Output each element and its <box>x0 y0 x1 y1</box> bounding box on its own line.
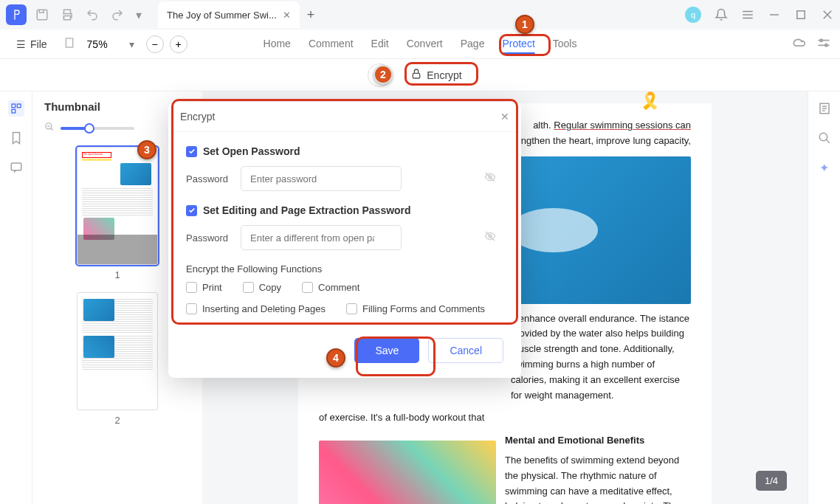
tab-title: The Joy of Summer Swi... <box>167 10 277 21</box>
page-indicator[interactable]: 1/4 <box>756 471 787 491</box>
menu-icon[interactable] <box>741 8 754 21</box>
svg-rect-8 <box>17 104 21 108</box>
callout-4: 4 <box>326 348 345 367</box>
properties-icon[interactable] <box>816 100 833 117</box>
set-open-password-checkbox[interactable] <box>186 146 197 157</box>
add-tab-button[interactable]: + <box>307 7 315 23</box>
eye-icon[interactable] <box>484 230 496 245</box>
svg-rect-9 <box>12 109 16 113</box>
tab-tools[interactable]: Tools <box>553 35 577 54</box>
main-tabs: HomeCommentEditConvertPageProtectTools <box>264 35 577 54</box>
close-icon[interactable]: ✕ <box>500 111 509 122</box>
cloud-icon[interactable] <box>791 35 806 53</box>
cancel-button[interactable]: Cancel <box>428 338 503 363</box>
encrypt-button[interactable]: Encrypt <box>400 63 472 86</box>
svg-rect-10 <box>11 163 21 170</box>
tab-protect[interactable]: Protect <box>502 35 534 54</box>
right-rail: ✦ <box>808 92 840 504</box>
comment-checkbox[interactable] <box>302 282 313 293</box>
page-view-icon[interactable] <box>63 37 75 52</box>
print-icon[interactable] <box>61 8 74 21</box>
eye-icon[interactable] <box>484 171 496 186</box>
avatar[interactable]: q <box>685 7 701 23</box>
edit-password-input[interactable] <box>241 225 402 250</box>
thumbnails-icon[interactable] <box>8 100 24 117</box>
file-menu-button[interactable]: ☰ File <box>9 35 55 53</box>
functions-title: Encrypt the Following Functions <box>186 263 503 275</box>
floats-image <box>319 441 496 504</box>
dialog-title: Encrypt <box>180 111 215 122</box>
save-icon[interactable] <box>35 8 49 21</box>
titlebar: ▾ The Joy of Summer Swi... ✕ + q <box>0 0 840 30</box>
zoom-in-button[interactable]: + <box>170 35 187 53</box>
callout-3: 3 <box>137 140 156 159</box>
close-icon[interactable]: ✕ <box>283 10 291 21</box>
encrypt-dialog: Encrypt ✕ Set Open Password Password Set… <box>168 102 521 378</box>
svg-rect-0 <box>37 10 47 20</box>
chevron-down-icon: ▾ <box>129 38 134 50</box>
svg-rect-6 <box>413 73 420 78</box>
save-button[interactable]: Save <box>354 338 419 363</box>
password-label: Password <box>186 173 230 184</box>
thumb-label: 2 <box>44 415 190 426</box>
left-rail <box>0 92 32 504</box>
settings-lines-icon[interactable] <box>816 35 831 53</box>
zoom-select[interactable]: 75% ▾ <box>81 35 140 54</box>
dialog-header: Encrypt ✕ <box>168 102 521 132</box>
fill-checkbox[interactable] <box>346 303 357 314</box>
tab-page[interactable]: Page <box>461 35 485 54</box>
svg-point-13 <box>819 133 827 141</box>
thumbnail-zoom-slider[interactable] <box>61 127 134 130</box>
set-edit-password-label: Set Editing and Page Extraction Password <box>203 204 411 216</box>
search-icon[interactable] <box>816 130 833 146</box>
set-edit-password-checkbox[interactable] <box>186 205 197 216</box>
lock-icon <box>410 68 422 82</box>
comment-icon[interactable] <box>8 159 24 176</box>
password-label: Password <box>186 232 230 244</box>
minimize-icon[interactable] <box>768 8 781 21</box>
copy-checkbox[interactable] <box>243 282 254 293</box>
zoom-out-thumb-icon[interactable] <box>44 122 55 135</box>
callout-2: 2 <box>373 65 393 84</box>
set-open-password-label: Set Open Password <box>203 145 300 157</box>
tab-comment[interactable]: Comment <box>309 35 354 54</box>
open-password-input[interactable] <box>241 166 402 191</box>
app-logo[interactable] <box>6 4 27 25</box>
document-tab[interactable]: The Joy of Summer Swi... ✕ <box>158 1 300 28</box>
hamburger-icon: ☰ <box>16 38 26 50</box>
tab-home[interactable]: Home <box>264 35 291 54</box>
print-checkbox[interactable] <box>186 282 197 293</box>
insert-checkbox[interactable] <box>186 303 197 314</box>
close-window-icon[interactable] <box>821 8 834 21</box>
svg-rect-1 <box>64 16 71 20</box>
svg-rect-7 <box>12 104 16 108</box>
bookmark-icon[interactable] <box>8 130 24 146</box>
svg-rect-3 <box>66 38 72 47</box>
sparkle-icon[interactable]: ✦ <box>816 159 833 176</box>
maximize-icon[interactable] <box>794 8 808 21</box>
ribbon-icon: 🎗️ <box>640 92 660 111</box>
menubar: ☰ File 75% ▾ − + HomeCommentEditConvertP… <box>0 30 840 59</box>
undo-icon[interactable] <box>86 8 99 21</box>
tab-convert[interactable]: Convert <box>407 35 443 54</box>
bell-icon[interactable] <box>715 8 728 21</box>
chevron-down-icon[interactable]: ▾ <box>136 8 143 21</box>
callout-1: 1 <box>515 15 534 34</box>
tab-edit[interactable]: Edit <box>371 35 389 54</box>
toolbar: Encrypt <box>0 59 840 92</box>
svg-rect-2 <box>797 11 805 19</box>
redo-icon[interactable] <box>111 8 124 21</box>
zoom-out-button[interactable]: − <box>146 35 164 53</box>
